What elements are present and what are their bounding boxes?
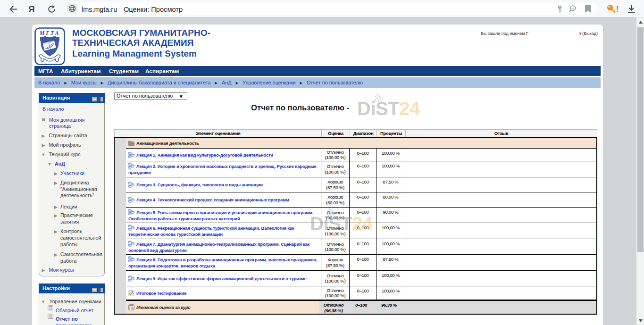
svg-text:МГТА: МГТА bbox=[39, 30, 60, 36]
